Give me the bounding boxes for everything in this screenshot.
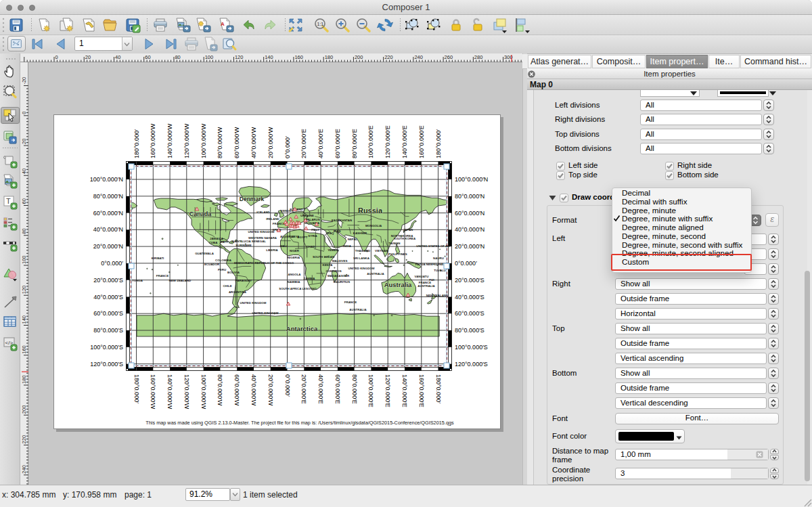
svg-text:80: 80 (175, 54, 180, 60)
svg-text:UNITED STATES OF AM: UNITED STATES OF AM (416, 244, 450, 248)
svg-text:AUSTRALIA: AUSTRALIA (418, 284, 435, 288)
svg-text:PERU: PERU (218, 268, 226, 271)
svg-text:NIGERIA: NIGERIA (288, 256, 300, 259)
svg-text:20°0.000′N: 20°0.000′N (93, 243, 123, 250)
svg-text:100°0.000′E: 100°0.000′E (367, 125, 374, 158)
svg-text:NEPAL: NEPAL (348, 238, 358, 241)
svg-text:40°0.000′N: 40°0.000′N (455, 226, 484, 233)
svg-text:TAIWAN: TAIWAN (389, 242, 401, 245)
svg-text:ZAMBIA: ZAMBIA (303, 277, 315, 280)
svg-text:0°0.000′: 0°0.000′ (101, 260, 123, 267)
svg-text:SURINAME: SURINAME (235, 244, 251, 247)
svg-text:FRANCE: FRANCE (273, 222, 285, 225)
svg-text:NIGER: NIGER (290, 249, 300, 252)
svg-text:40: 40 (115, 54, 120, 60)
svg-text:FRANCE: FRANCE (156, 274, 168, 278)
svg-text:120°0.000′S: 120°0.000′S (90, 361, 123, 368)
svg-text:100°0.000′S: 100°0.000′S (455, 344, 488, 351)
svg-text:60°0.000′E: 60°0.000′E (334, 129, 341, 158)
svg-text:THAILAND: THAILAND (355, 249, 370, 252)
svg-text:KIRIBATI: KIRIBATI (152, 257, 164, 260)
svg-text:200: 200 (21, 405, 27, 414)
svg-text:60°0.000′W: 60°0.000′W (233, 127, 240, 158)
svg-text:100: 100 (21, 255, 27, 264)
svg-text:A: A (221, 21, 225, 27)
svg-text:MADAGASCAR: MADAGASCAR (328, 274, 350, 278)
svg-text:This map was made using QGIS 2: This map was made using QGIS 2.13.0-Mast… (145, 420, 454, 426)
svg-text:UNITED KINGDOM: UNITED KINGDOM (240, 301, 267, 305)
svg-text:FIJI: FIJI (429, 278, 434, 282)
svg-text:UNITED KINGDOM: UNITED KINGDOM (252, 311, 279, 315)
svg-text:220: 220 (384, 54, 393, 60)
svg-text:MAURITIUS: MAURITIUS (334, 280, 350, 284)
svg-text:FRANCE: FRANCE (344, 301, 357, 304)
svg-text:140: 140 (21, 315, 27, 324)
svg-text:80°0.000′N: 80°0.000′N (455, 193, 484, 200)
svg-text:0: 0 (55, 54, 58, 60)
svg-text:UNITED KINGDOM: UNITED KINGDOM (348, 267, 375, 270)
svg-text:TONGA: TONGA (132, 279, 143, 282)
svg-text:-20: -20 (21, 77, 27, 85)
svg-text:160°0.000′W: 160°0.000′W (150, 123, 156, 158)
svg-text:260: 260 (445, 54, 453, 60)
svg-text:120: 120 (235, 54, 244, 60)
svg-text:20: 20 (21, 139, 27, 144)
svg-text:EGYPT: EGYPT (298, 236, 308, 239)
svg-text:80: 80 (21, 228, 27, 234)
svg-text:200: 200 (355, 54, 363, 60)
svg-text:ARGENTINA: ARGENTINA (229, 290, 247, 294)
svg-text:60: 60 (145, 54, 150, 60)
svg-text:Canada: Canada (189, 211, 212, 217)
svg-text:HAITI: HAITI (220, 240, 227, 244)
svg-text:180°0.000′: 180°0.000′ (133, 374, 140, 403)
svg-text:0°0.000′: 0°0.000′ (284, 374, 291, 397)
svg-text:140: 140 (265, 54, 273, 60)
svg-text:100°0.000′E: 100°0.000′E (367, 374, 374, 407)
svg-text:40: 40 (21, 169, 27, 174)
svg-text:SYRIA: SYRIA (308, 234, 317, 238)
svg-text:CHAD: CHAD (307, 245, 315, 248)
svg-text:120°0.000′S: 120°0.000′S (455, 361, 488, 368)
svg-text:120°0.000′W: 120°0.000′W (183, 123, 190, 158)
svg-text:60°0.000′E: 60°0.000′E (334, 374, 341, 404)
svg-text:PARAGUAY: PARAGUAY (235, 279, 252, 282)
svg-text:IRAN: IRAN (334, 229, 341, 233)
svg-text:80°0.000′E: 80°0.000′E (351, 129, 358, 158)
svg-text:100°0.000′N: 100°0.000′N (90, 176, 123, 183)
svg-text:180: 180 (325, 54, 334, 60)
svg-text:MONGOLIA: MONGOLIA (365, 224, 382, 227)
svg-text:0: 0 (21, 112, 27, 114)
svg-text:Denmark: Denmark (240, 196, 265, 202)
svg-text:120°0.000′E: 120°0.000′E (384, 374, 391, 407)
svg-text:SOUTH AFRICA LESOTHO: SOUTH AFRICA LESOTHO (279, 287, 317, 290)
svg-text:220: 220 (21, 435, 27, 444)
svg-text:SOUTH KOREA: SOUTH KOREA (394, 237, 416, 240)
svg-text:20°0.000′S: 20°0.000′S (455, 277, 484, 284)
svg-text:ECUADOR: ECUADOR (204, 263, 220, 266)
svg-text:KAZAKHSTAN: KAZAKHSTAN (332, 219, 352, 222)
svg-text:180: 180 (21, 375, 27, 384)
svg-text:160°0.000′E: 160°0.000′E (418, 374, 425, 407)
svg-text:40°0.000′E: 40°0.000′E (317, 374, 324, 404)
svg-text:INDIA: INDIA (343, 244, 352, 248)
svg-text:160°0.000′E: 160°0.000′E (418, 125, 425, 158)
svg-text:MALI: MALI (280, 244, 288, 248)
svg-text:100: 100 (205, 54, 214, 60)
svg-text:280: 280 (474, 54, 483, 60)
svg-text:Russia: Russia (358, 206, 383, 215)
svg-text:SOUTH SUDAN: SOUTH SUDAN (313, 255, 334, 259)
svg-text:240: 240 (21, 465, 27, 474)
svg-text:VIETNAM: VIETNAM (375, 249, 388, 252)
svg-text:COMOROS: COMOROS (325, 269, 341, 273)
svg-text:UNITED KINGDOM: UNITED KINGDOM (248, 230, 275, 234)
svg-text:140°0.000′E: 140°0.000′E (401, 374, 408, 407)
svg-text:20°0.000′W: 20°0.000′W (267, 127, 274, 158)
svg-text:80°0.000′W: 80°0.000′W (217, 374, 223, 406)
svg-text:100°0.000′S: 100°0.000′S (90, 344, 123, 351)
svg-text:20°0.000′S: 20°0.000′S (93, 277, 123, 284)
svg-text:ITALY: ITALY (311, 228, 319, 232)
svg-text:CHILE: CHILE (223, 284, 231, 288)
svg-text:GUATEMALA: GUATEMALA (195, 252, 215, 255)
svg-text:20: 20 (85, 54, 91, 60)
svg-text:0°0.000′: 0°0.000′ (284, 136, 291, 158)
